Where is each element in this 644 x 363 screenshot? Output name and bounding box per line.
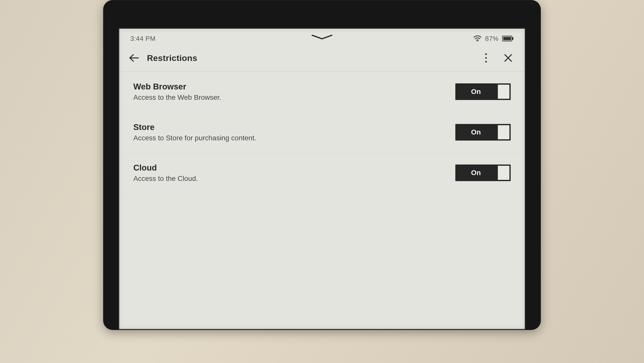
settings-list: Web Browser Access to the Web Browser. O…: [119, 72, 525, 193]
toggle-knob: [498, 125, 509, 139]
status-right-cluster: 87%: [473, 35, 514, 43]
svg-point-5: [485, 57, 487, 59]
svg-point-0: [477, 41, 478, 42]
toggle-web-browser[interactable]: On: [455, 83, 511, 100]
toggle-store[interactable]: On: [455, 124, 511, 141]
restriction-row-store: Store Access to Store for purchasing con…: [119, 112, 525, 153]
row-title: Web Browser: [133, 82, 445, 91]
page-title: Restrictions: [147, 53, 197, 63]
row-title: Cloud: [133, 163, 445, 173]
back-arrow-icon[interactable]: [128, 52, 140, 64]
restriction-row-cloud: Cloud Access to the Cloud. On: [119, 153, 525, 193]
title-bar: Restrictions: [119, 48, 525, 72]
kebab-menu-icon[interactable]: [480, 52, 492, 64]
toggle-knob: [498, 85, 509, 99]
battery-icon: [502, 36, 514, 42]
battery-percent: 87%: [485, 35, 499, 43]
row-description: Access to the Web Browser.: [133, 93, 445, 102]
status-time: 3:44 PM: [130, 35, 155, 43]
wifi-icon: [473, 35, 481, 42]
svg-point-4: [485, 53, 487, 55]
close-icon[interactable]: [502, 52, 514, 64]
device-screen: 3:44 PM 87%: [118, 28, 526, 330]
svg-point-6: [485, 61, 487, 63]
chevron-down-icon[interactable]: [311, 34, 333, 41]
row-description: Access to the Cloud.: [133, 175, 445, 183]
restriction-row-web-browser: Web Browser Access to the Web Browser. O…: [119, 72, 525, 112]
status-bar[interactable]: 3:44 PM 87%: [119, 29, 525, 48]
toggle-cloud[interactable]: On: [455, 164, 511, 181]
row-description: Access to Store for purchasing content.: [133, 134, 445, 142]
title-bar-actions: [480, 52, 516, 64]
toggle-knob: [498, 166, 509, 180]
svg-rect-3: [512, 37, 513, 40]
device-frame: 3:44 PM 87%: [103, 0, 541, 330]
row-title: Store: [133, 122, 445, 132]
svg-rect-2: [503, 37, 511, 40]
